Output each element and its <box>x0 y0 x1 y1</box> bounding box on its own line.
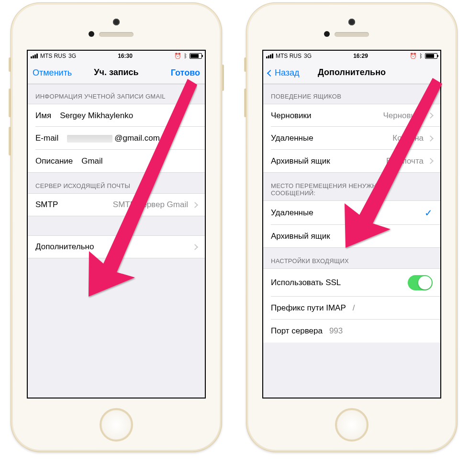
nav-bar: Отменить Уч. запись Готово <box>28 61 205 84</box>
description-label: Описание <box>35 156 73 166</box>
battery-icon <box>425 53 437 59</box>
description-value: Gmail <box>73 156 197 166</box>
drafts-label: Черновики <box>271 111 312 121</box>
cell-email[interactable]: E-mail @gmail.com <box>28 127 205 150</box>
front-camera <box>113 19 120 25</box>
done-button[interactable]: Готово <box>166 61 205 84</box>
earpiece <box>335 32 369 37</box>
cell-server-port[interactable]: Порт сервера 993 <box>263 320 440 343</box>
chevron-right-icon <box>192 244 198 250</box>
signal-icon <box>31 54 38 58</box>
option-deleted[interactable]: Удаленные ✓ <box>263 200 440 225</box>
content-left[interactable]: ИНФОРМАЦИЯ УЧЕТНОЙ ЗАПИСИ GMAIL Имя Serg… <box>28 84 205 398</box>
archive-label: Архивный ящик <box>271 156 330 166</box>
cancel-button[interactable]: Отменить <box>28 61 77 84</box>
redacted <box>67 135 112 143</box>
smtp-value: SMTP-сервер Gmail <box>58 200 188 210</box>
cell-name[interactable]: Имя Sergey Mikhaylenko <box>28 104 205 127</box>
chevron-right-icon <box>427 158 434 164</box>
alarm-icon: ⏰ <box>410 53 417 59</box>
home-button[interactable] <box>100 408 133 442</box>
sensor <box>89 31 94 37</box>
phone-right: MTS RUS 3G 16:29 ⏰ ᛒ Назад Дополнительно… <box>246 2 458 452</box>
port-value: 993 <box>323 326 433 336</box>
chevron-right-icon <box>427 135 434 142</box>
name-value: Sergey Mikhaylenko <box>51 111 197 121</box>
advanced-label: Дополнительно <box>35 242 94 252</box>
earpiece <box>99 32 134 37</box>
ssl-toggle[interactable] <box>408 275 433 290</box>
power-button <box>222 65 224 91</box>
screen-left: MTS RUS 3G 16:30 ⏰ ᛒ Отменить Уч. запись… <box>27 50 206 399</box>
section-header-outgoing: СЕРВЕР ИСХОДЯЩЕЙ ПОЧТЫ <box>28 173 205 193</box>
mute-switch <box>9 57 11 72</box>
network-label: 3G <box>304 53 312 59</box>
alarm-icon: ⏰ <box>174 53 181 59</box>
ssl-label: Использовать SSL <box>271 278 341 288</box>
volume-up <box>244 89 246 117</box>
checkmark-icon: ✓ <box>424 207 433 219</box>
email-value: @gmail.com <box>58 133 197 143</box>
port-label: Порт сервера <box>271 326 323 336</box>
section-header-move-discarded: МЕСТО ПЕРЕМЕЩЕНИЯ НЕНУЖНЫХ СООБЩЕНИЙ: <box>263 173 440 200</box>
smtp-label: SMTP <box>35 200 58 210</box>
option-archive-label: Архивный ящик <box>271 232 330 241</box>
status-bar: MTS RUS 3G 16:29 ⏰ ᛒ <box>263 51 440 61</box>
chevron-right-icon <box>427 112 434 119</box>
clock: 16:30 <box>118 53 133 59</box>
cell-archive[interactable]: Архивный ящик Вся почта <box>263 150 440 173</box>
cell-description[interactable]: Описание Gmail <box>28 150 205 173</box>
content-right[interactable]: ПОВЕДЕНИЕ ЯЩИКОВ Черновики Черновики Уда… <box>263 84 440 398</box>
nav-title: Уч. запись <box>94 67 138 77</box>
cell-imap-prefix[interactable]: Префикс пути IMAP / <box>263 297 440 320</box>
network-label: 3G <box>68 53 76 59</box>
chevron-left-icon <box>267 69 274 76</box>
deleted-label: Удаленные <box>271 133 313 143</box>
sensor <box>324 31 330 37</box>
option-deleted-label: Удаленные <box>271 208 313 218</box>
bluetooth-icon: ᛒ <box>184 53 187 59</box>
imap-prefix-value: / <box>346 303 433 313</box>
deleted-value: Корзина <box>313 133 424 143</box>
email-label: E-mail <box>35 133 58 143</box>
name-label: Имя <box>35 111 51 121</box>
nav-bar: Назад Дополнительно <box>263 61 440 84</box>
option-archive[interactable]: Архивный ящик <box>263 225 440 248</box>
carrier-label: MTS RUS <box>40 53 66 59</box>
nav-title: Дополнительно <box>318 67 386 77</box>
battery-icon <box>190 53 202 59</box>
screen-right: MTS RUS 3G 16:29 ⏰ ᛒ Назад Дополнительно… <box>262 50 441 399</box>
cell-ssl[interactable]: Использовать SSL <box>263 268 440 297</box>
mute-switch <box>244 57 246 72</box>
bluetooth-icon: ᛒ <box>419 53 423 59</box>
carrier-label: MTS RUS <box>276 53 302 59</box>
clock: 16:29 <box>353 53 368 59</box>
back-button[interactable]: Назад <box>263 61 304 84</box>
cell-advanced[interactable]: Дополнительно <box>28 235 205 258</box>
cell-smtp[interactable]: SMTP SMTP-сервер Gmail <box>28 193 205 216</box>
volume-down <box>9 127 11 155</box>
drafts-value: Черновики <box>312 111 424 121</box>
status-bar: MTS RUS 3G 16:30 ⏰ ᛒ <box>28 51 205 61</box>
imap-prefix-label: Префикс пути IMAP <box>271 303 346 313</box>
section-header-incoming: НАСТРОЙКИ ВХОДЯЩИХ <box>263 248 440 268</box>
signal-icon <box>266 54 273 58</box>
front-camera <box>348 19 355 25</box>
volume-up <box>9 89 11 117</box>
home-button[interactable] <box>335 408 368 442</box>
archive-value: Вся почта <box>330 156 424 166</box>
section-header-account-info: ИНФОРМАЦИЯ УЧЕТНОЙ ЗАПИСИ GMAIL <box>28 84 205 104</box>
cell-drafts[interactable]: Черновики Черновики <box>263 104 440 127</box>
chevron-right-icon <box>192 202 198 208</box>
phone-left: MTS RUS 3G 16:30 ⏰ ᛒ Отменить Уч. запись… <box>11 2 222 452</box>
section-header-mailbox-behavior: ПОВЕДЕНИЕ ЯЩИКОВ <box>263 84 440 104</box>
cell-deleted[interactable]: Удаленные Корзина <box>263 127 440 150</box>
